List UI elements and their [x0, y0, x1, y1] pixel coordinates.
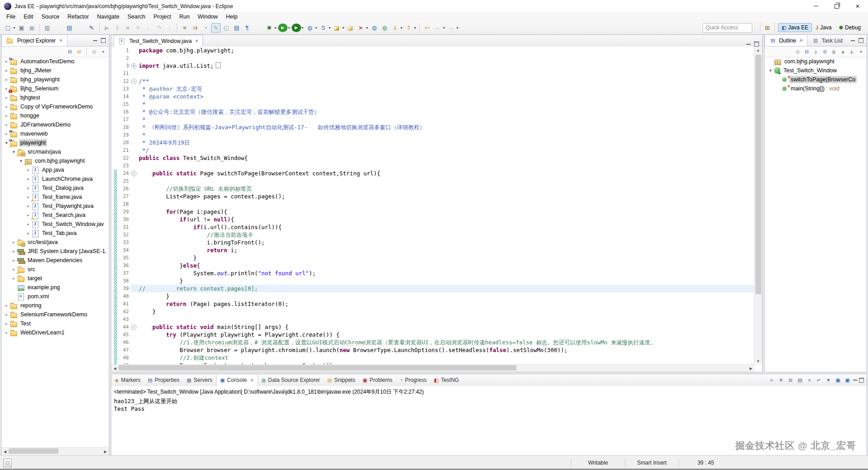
menu-navigate[interactable]: Navigate: [93, 13, 123, 20]
open-console-icon[interactable]: ▣: [844, 376, 851, 384]
collapsed-region-icon[interactable]: [216, 62, 221, 68]
collapse-all-icon[interactable]: ⊟: [803, 48, 811, 56]
code-line-23[interactable]: 23: [111, 162, 755, 169]
link-with-editor-icon[interactable]: ⇄: [75, 48, 83, 56]
import-folder-icon[interactable]: ◪: [346, 23, 355, 33]
save-all-icon[interactable]: ▣: [27, 23, 37, 33]
show-selected-element-icon[interactable]: ▤: [232, 23, 241, 33]
show-whitespace-icon[interactable]: ¶: [242, 23, 252, 33]
step-into-icon[interactable]: ↓: [144, 23, 153, 33]
tree-item-com-bjhg-playwright[interactable]: ▾com.bjhg.playwright: [1, 156, 109, 165]
expand-arrow-icon[interactable]: ▸: [3, 104, 10, 109]
terminate-icon[interactable]: ■: [123, 23, 132, 33]
code-area[interactable]: 1package com.bjhg.playwright;23+import j…: [111, 47, 755, 365]
expand-arrow-icon[interactable]: ▸: [3, 321, 10, 326]
coverage-dropdown-icon[interactable]: ▼: [301, 26, 304, 29]
tree-item-pom-xml[interactable]: pom.xml: [1, 292, 109, 301]
tab-servers[interactable]: ▦Servers: [183, 374, 216, 386]
close-icon[interactable]: ✕: [250, 378, 254, 383]
code-line-30[interactable]: 30 if(url != null){: [111, 216, 755, 223]
expand-arrow-icon[interactable]: ▸: [3, 77, 10, 82]
tree-item-hongge[interactable]: ▸hongge: [1, 111, 109, 120]
run-dropdown-icon[interactable]: ▼: [288, 26, 291, 29]
expand-arrow-icon[interactable]: ▸: [10, 276, 17, 281]
code-line-3[interactable]: 3+import java.util.List;: [111, 62, 755, 70]
expand-arrow-icon[interactable]: ▸: [25, 231, 32, 235]
remove-launch-icon[interactable]: ✕: [777, 376, 785, 384]
step-filters-icon[interactable]: ≡: [180, 23, 189, 33]
code-line-40[interactable]: 40 }: [111, 292, 755, 300]
tree-item-bjhg-playwright[interactable]: ▸bjhg_playwright: [1, 75, 109, 84]
expand-arrow-icon[interactable]: ▸: [25, 204, 32, 208]
code-line-16[interactable]: 16 * @公众号:北京宏哥（微信搜索，关注宏哥，提前解锁更多测试干货）: [111, 108, 755, 116]
fold-expand-icon[interactable]: +: [131, 63, 137, 69]
scroll-right-icon[interactable]: ▶: [102, 448, 109, 455]
scrollbar-thumb[interactable]: [118, 365, 516, 371]
expand-arrow-icon[interactable]: ▸: [3, 303, 10, 308]
new-wizard-icon[interactable]: ▢: [3, 23, 13, 33]
menu-help[interactable]: Help: [222, 13, 242, 20]
code-line-43[interactable]: 43: [111, 315, 755, 323]
tab-data-source-explorer[interactable]: ◍Data Source Explorer: [258, 374, 324, 386]
code-line-12[interactable]: 12−/**: [111, 77, 755, 85]
restore-button[interactable]: [826, 0, 847, 12]
web-browser-icon[interactable]: ◍: [370, 23, 379, 33]
code-line-19[interactable]: 19 *: [111, 131, 755, 139]
outline-item-test-switch-window[interactable]: ▾Test_Switch_Window: [764, 66, 867, 75]
code-line-20[interactable]: 20 * 2024年9月19日: [111, 139, 755, 146]
pin-console-icon[interactable]: ▼: [825, 376, 832, 384]
tree-item-bjhgtest[interactable]: ▸bjhgtest: [1, 93, 109, 102]
code-line-24[interactable]: 24− public static Page switchToPage(Brow…: [111, 169, 755, 177]
tree-item-test-switch-window-jav[interactable]: ▸Test_Switch_Window.jav: [1, 220, 109, 229]
minimized-views-icon[interactable]: ▢: [3, 459, 12, 467]
code-line-33[interactable]: 33 i.bringToFront();: [111, 239, 755, 246]
tree-item-copy-of-vipframeworkdemo[interactable]: ▸Copy of VipFrameworkDemo: [1, 102, 109, 111]
minimize-view-icon[interactable]: [93, 40, 97, 41]
tab-project-explorer[interactable]: Project Explorer ✕: [1, 35, 67, 46]
clear-marks-icon[interactable]: ⇉: [190, 23, 200, 33]
outline-item-main-string-[interactable]: Smain(String[]) : void: [764, 84, 867, 93]
perspective-java-ee[interactable]: ◧Java EE: [778, 23, 812, 32]
expand-arrow-icon[interactable]: ▸: [3, 312, 10, 317]
minimize-view-icon[interactable]: [851, 40, 855, 41]
code-line-29[interactable]: 29 for(Page i:pages){: [111, 208, 755, 216]
scroll-left-icon[interactable]: ◀: [1, 448, 9, 455]
scroll-lock-icon[interactable]: ≡: [806, 376, 813, 384]
quick-access-box[interactable]: Quick Access: [703, 23, 752, 33]
display-selected-console-icon[interactable]: ▣: [834, 376, 842, 384]
code-line-37[interactable]: 37 System.out.println("not found url");: [111, 269, 755, 277]
menu-edit[interactable]: Edit: [19, 13, 38, 20]
scrollbar-thumb[interactable]: [755, 55, 761, 294]
tree-item-launchchrome-java[interactable]: ▸LaunchChrome.java: [1, 174, 109, 183]
scroll-up-icon[interactable]: ▲: [755, 47, 762, 54]
menu-project[interactable]: Project: [150, 13, 175, 20]
upload-icon[interactable]: ⇑: [404, 23, 413, 33]
code-line-46[interactable]: 46 //1.使用chromium浏览器，# 浏览器配置，设置以GUI模式启动C…: [111, 338, 755, 346]
coverage-icon[interactable]: ▶: [292, 24, 301, 32]
tree-item-reportng[interactable]: ▸reportng: [1, 301, 109, 310]
code-line-28[interactable]: 28: [111, 200, 755, 208]
fold-collapse-icon[interactable]: −: [131, 171, 137, 176]
tab-task-list[interactable]: ▥ Task List: [807, 35, 847, 46]
tab-testng[interactable]: ◧TestNG: [430, 374, 462, 386]
maximize-view-icon[interactable]: [859, 378, 864, 383]
tree-item-webdriverlearn1[interactable]: ▸WebDriverLearn1: [1, 328, 109, 337]
menu-search[interactable]: Search: [123, 13, 150, 20]
back-dropdown-icon[interactable]: ▼: [442, 26, 445, 29]
code-line-27[interactable]: 27 List<Page> pages = context.pages();: [111, 193, 755, 200]
view-menu-icon[interactable]: ▼: [99, 48, 107, 56]
close-icon[interactable]: ✕: [195, 38, 198, 43]
tree-item-src[interactable]: ▸src: [1, 265, 109, 274]
tab-progress[interactable]: ◔Progress: [396, 374, 430, 386]
expand-arrow-icon[interactable]: ▸: [3, 95, 10, 100]
hide-local-types-icon[interactable]: L: [848, 48, 856, 56]
coverage-count-icon[interactable]: ◔: [201, 23, 210, 33]
scroll-right-icon[interactable]: ▶: [747, 365, 755, 372]
code-line-17[interactable]: 17 *: [111, 116, 755, 123]
fold-collapse-icon[interactable]: −: [131, 79, 137, 84]
tree-item-test[interactable]: ▸Test: [1, 319, 109, 328]
deploy-dropdown-icon[interactable]: ▼: [366, 26, 369, 29]
code-line-11[interactable]: 11: [111, 70, 755, 77]
new-wizard-dropdown-icon[interactable]: ▼: [13, 26, 16, 29]
tab-test-switch-window-java[interactable]: Test_Switch_Window.java ✕: [113, 35, 203, 47]
